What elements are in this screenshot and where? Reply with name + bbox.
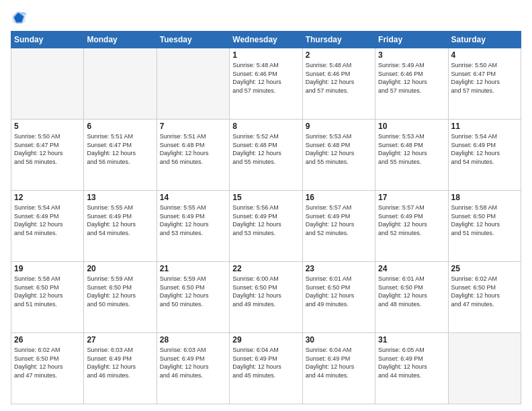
day-info: Sunrise: 6:02 AM Sunset: 6:50 PM Dayligh… <box>14 346 81 379</box>
calendar-cell <box>157 48 229 120</box>
day-info: Sunrise: 5:53 AM Sunset: 6:48 PM Dayligh… <box>306 132 372 166</box>
day-info: Sunrise: 5:57 AM Sunset: 6:49 PM Dayligh… <box>306 203 372 237</box>
day-number: 6 <box>87 122 153 131</box>
calendar-cell: 10Sunrise: 5:53 AM Sunset: 6:48 PM Dayli… <box>375 120 448 191</box>
day-header-tuesday: Tuesday <box>157 32 229 48</box>
calendar-cell: 16Sunrise: 5:57 AM Sunset: 6:49 PM Dayli… <box>302 191 375 262</box>
day-number: 1 <box>232 50 299 60</box>
day-info: Sunrise: 5:53 AM Sunset: 6:48 PM Dayligh… <box>378 132 445 166</box>
week-row-1: 5Sunrise: 5:50 AM Sunset: 6:47 PM Daylig… <box>11 120 521 191</box>
calendar-cell: 21Sunrise: 5:59 AM Sunset: 6:50 PM Dayli… <box>157 262 229 333</box>
day-number: 27 <box>87 335 153 345</box>
day-info: Sunrise: 6:04 AM Sunset: 6:49 PM Dayligh… <box>306 346 372 379</box>
day-info: Sunrise: 6:03 AM Sunset: 6:49 PM Dayligh… <box>160 346 226 379</box>
calendar-cell: 19Sunrise: 5:58 AM Sunset: 6:50 PM Dayli… <box>11 262 84 333</box>
day-number: 14 <box>160 193 226 202</box>
day-number: 12 <box>14 193 81 202</box>
day-info: Sunrise: 5:56 AM Sunset: 6:49 PM Dayligh… <box>232 203 299 237</box>
day-number: 17 <box>378 193 445 202</box>
day-info: Sunrise: 5:52 AM Sunset: 6:48 PM Dayligh… <box>232 132 299 166</box>
day-number: 22 <box>232 264 299 273</box>
day-number: 2 <box>306 50 372 60</box>
day-info: Sunrise: 5:49 AM Sunset: 6:46 PM Dayligh… <box>378 61 445 95</box>
day-info: Sunrise: 6:01 AM Sunset: 6:50 PM Dayligh… <box>378 275 445 308</box>
day-number: 24 <box>378 264 445 273</box>
day-number: 10 <box>378 122 445 131</box>
day-number: 30 <box>306 335 372 345</box>
day-info: Sunrise: 5:57 AM Sunset: 6:49 PM Dayligh… <box>378 203 445 237</box>
calendar-cell: 11Sunrise: 5:54 AM Sunset: 6:49 PM Dayli… <box>448 120 521 191</box>
day-info: Sunrise: 5:51 AM Sunset: 6:48 PM Dayligh… <box>160 132 226 166</box>
day-header-saturday: Saturday <box>448 32 521 48</box>
calendar-cell: 20Sunrise: 5:59 AM Sunset: 6:50 PM Dayli… <box>84 262 157 333</box>
day-info: Sunrise: 5:48 AM Sunset: 6:46 PM Dayligh… <box>232 61 299 95</box>
day-number: 15 <box>232 193 299 202</box>
calendar: SundayMondayTuesdayWednesdayThursdayFrid… <box>11 31 521 404</box>
day-number: 21 <box>160 264 226 273</box>
day-number: 26 <box>14 335 81 345</box>
calendar-cell: 13Sunrise: 5:55 AM Sunset: 6:49 PM Dayli… <box>84 191 157 262</box>
day-info: Sunrise: 5:55 AM Sunset: 6:49 PM Dayligh… <box>87 203 153 237</box>
calendar-cell: 24Sunrise: 6:01 AM Sunset: 6:50 PM Dayli… <box>375 262 448 333</box>
calendar-cell: 2Sunrise: 5:48 AM Sunset: 6:46 PM Daylig… <box>302 48 375 120</box>
day-info: Sunrise: 6:00 AM Sunset: 6:50 PM Dayligh… <box>232 275 299 308</box>
day-info: Sunrise: 5:54 AM Sunset: 6:49 PM Dayligh… <box>14 203 81 237</box>
day-header-monday: Monday <box>84 32 157 48</box>
week-row-4: 26Sunrise: 6:02 AM Sunset: 6:50 PM Dayli… <box>11 333 521 404</box>
calendar-cell: 26Sunrise: 6:02 AM Sunset: 6:50 PM Dayli… <box>11 333 84 404</box>
day-info: Sunrise: 5:58 AM Sunset: 6:50 PM Dayligh… <box>14 275 81 308</box>
calendar-cell: 4Sunrise: 5:50 AM Sunset: 6:47 PM Daylig… <box>448 48 521 120</box>
day-number: 16 <box>306 193 372 202</box>
calendar-cell: 15Sunrise: 5:56 AM Sunset: 6:49 PM Dayli… <box>230 191 302 262</box>
day-header-friday: Friday <box>375 32 448 48</box>
day-info: Sunrise: 5:51 AM Sunset: 6:47 PM Dayligh… <box>87 132 153 166</box>
calendar-cell: 6Sunrise: 5:51 AM Sunset: 6:47 PM Daylig… <box>84 120 157 191</box>
day-info: Sunrise: 6:02 AM Sunset: 6:50 PM Dayligh… <box>451 275 518 308</box>
day-number: 18 <box>451 193 518 202</box>
day-number: 23 <box>306 264 372 273</box>
calendar-cell: 9Sunrise: 5:53 AM Sunset: 6:48 PM Daylig… <box>302 120 375 191</box>
day-number: 13 <box>87 193 153 202</box>
day-info: Sunrise: 6:05 AM Sunset: 6:49 PM Dayligh… <box>378 346 445 379</box>
calendar-cell: 29Sunrise: 6:04 AM Sunset: 6:49 PM Dayli… <box>230 333 302 404</box>
day-number: 28 <box>160 335 226 345</box>
week-row-3: 19Sunrise: 5:58 AM Sunset: 6:50 PM Dayli… <box>11 262 521 333</box>
calendar-cell: 23Sunrise: 6:01 AM Sunset: 6:50 PM Dayli… <box>302 262 375 333</box>
calendar-cell: 7Sunrise: 5:51 AM Sunset: 6:48 PM Daylig… <box>157 120 229 191</box>
day-info: Sunrise: 6:01 AM Sunset: 6:50 PM Dayligh… <box>306 275 372 308</box>
day-number: 29 <box>232 335 299 345</box>
day-info: Sunrise: 6:03 AM Sunset: 6:49 PM Dayligh… <box>87 346 153 379</box>
calendar-cell: 3Sunrise: 5:49 AM Sunset: 6:46 PM Daylig… <box>375 48 448 120</box>
day-number: 11 <box>451 122 518 131</box>
day-number: 8 <box>232 122 299 131</box>
day-info: Sunrise: 5:50 AM Sunset: 6:47 PM Dayligh… <box>451 61 518 95</box>
day-info: Sunrise: 5:50 AM Sunset: 6:47 PM Dayligh… <box>14 132 81 166</box>
day-info: Sunrise: 6:04 AM Sunset: 6:49 PM Dayligh… <box>232 346 299 379</box>
calendar-cell: 31Sunrise: 6:05 AM Sunset: 6:49 PM Dayli… <box>375 333 448 404</box>
calendar-cell <box>11 48 84 120</box>
day-number: 5 <box>14 122 81 131</box>
calendar-cell: 8Sunrise: 5:52 AM Sunset: 6:48 PM Daylig… <box>230 120 302 191</box>
day-info: Sunrise: 5:58 AM Sunset: 6:50 PM Dayligh… <box>451 203 518 237</box>
logo <box>11 9 30 26</box>
calendar-cell: 27Sunrise: 6:03 AM Sunset: 6:49 PM Dayli… <box>84 333 157 404</box>
day-number: 9 <box>306 122 372 131</box>
day-header-thursday: Thursday <box>302 32 375 48</box>
header <box>11 9 521 26</box>
calendar-cell <box>84 48 157 120</box>
calendar-cell: 18Sunrise: 5:58 AM Sunset: 6:50 PM Dayli… <box>448 191 521 262</box>
calendar-cell: 5Sunrise: 5:50 AM Sunset: 6:47 PM Daylig… <box>11 120 84 191</box>
day-info: Sunrise: 5:48 AM Sunset: 6:46 PM Dayligh… <box>306 61 372 95</box>
day-info: Sunrise: 5:55 AM Sunset: 6:49 PM Dayligh… <box>160 203 226 237</box>
day-number: 7 <box>160 122 226 131</box>
calendar-cell <box>448 333 521 404</box>
day-info: Sunrise: 5:59 AM Sunset: 6:50 PM Dayligh… <box>160 275 226 308</box>
calendar-cell: 30Sunrise: 6:04 AM Sunset: 6:49 PM Dayli… <box>302 333 375 404</box>
week-row-2: 12Sunrise: 5:54 AM Sunset: 6:49 PM Dayli… <box>11 191 521 262</box>
calendar-cell: 17Sunrise: 5:57 AM Sunset: 6:49 PM Dayli… <box>375 191 448 262</box>
calendar-cell: 25Sunrise: 6:02 AM Sunset: 6:50 PM Dayli… <box>448 262 521 333</box>
day-number: 19 <box>14 264 81 273</box>
day-header-sunday: Sunday <box>11 32 84 48</box>
calendar-cell: 12Sunrise: 5:54 AM Sunset: 6:49 PM Dayli… <box>11 191 84 262</box>
calendar-cell: 28Sunrise: 6:03 AM Sunset: 6:49 PM Dayli… <box>157 333 229 404</box>
